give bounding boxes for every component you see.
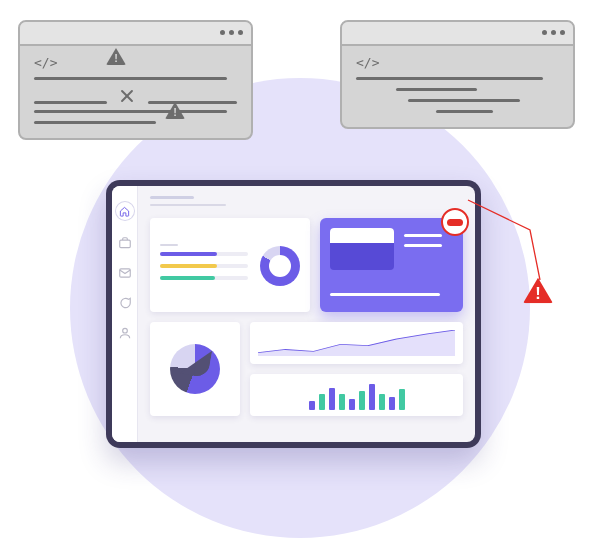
error-pill-icon <box>447 219 463 226</box>
warning-icon <box>165 102 185 119</box>
bar <box>359 391 365 410</box>
text-line <box>404 244 442 247</box>
code-line <box>148 101 237 104</box>
chat-icon[interactable] <box>118 296 132 310</box>
featured-card[interactable] <box>320 218 463 312</box>
text-line <box>404 234 442 237</box>
window-titlebar <box>20 22 251 46</box>
user-icon[interactable] <box>118 326 132 340</box>
error-x-icon <box>120 89 134 103</box>
code-line <box>356 77 543 80</box>
text-line <box>330 293 440 296</box>
bar <box>339 394 345 411</box>
svg-rect-0 <box>119 240 130 248</box>
code-window-clean: </> <box>340 20 575 129</box>
mini-card <box>330 228 394 270</box>
bar <box>329 388 335 411</box>
bar <box>349 399 355 410</box>
code-window-error: </> <box>18 20 253 140</box>
briefcase-icon[interactable] <box>118 236 132 250</box>
pie-card[interactable] <box>150 322 240 416</box>
window-controls[interactable] <box>542 30 565 35</box>
code-line <box>34 101 107 104</box>
dashboard-content <box>138 186 475 442</box>
area-chart-card[interactable] <box>250 322 463 364</box>
bar-chart-card[interactable] <box>250 374 463 416</box>
window-controls[interactable] <box>220 30 243 35</box>
area-chart <box>258 330 455 356</box>
warning-icon <box>106 48 126 65</box>
error-badge[interactable] <box>441 208 469 236</box>
code-line <box>34 77 227 80</box>
code-line <box>396 88 477 91</box>
bar <box>369 384 375 410</box>
progress-card[interactable] <box>150 218 310 312</box>
window-titlebar <box>342 22 573 46</box>
dashboard-screen <box>112 186 475 442</box>
bar <box>399 389 405 410</box>
bar <box>379 394 385 411</box>
page-title <box>150 196 194 199</box>
donut-chart <box>260 246 300 286</box>
alert-icon <box>523 278 553 304</box>
bar <box>309 401 315 410</box>
code-line <box>34 110 227 113</box>
bar <box>389 397 395 410</box>
code-tag-icon: </> <box>356 56 559 69</box>
page-subtitle <box>150 204 226 206</box>
bar <box>319 394 325 411</box>
svg-point-2 <box>122 328 127 333</box>
sidebar-rail <box>112 186 138 442</box>
card-title <box>160 244 178 246</box>
mail-icon[interactable] <box>118 266 132 280</box>
code-line <box>408 99 520 102</box>
tablet-device <box>106 180 481 448</box>
code-line <box>34 121 156 124</box>
home-icon[interactable] <box>116 202 134 220</box>
code-line <box>436 110 493 113</box>
code-tag-icon: </> <box>34 56 237 69</box>
